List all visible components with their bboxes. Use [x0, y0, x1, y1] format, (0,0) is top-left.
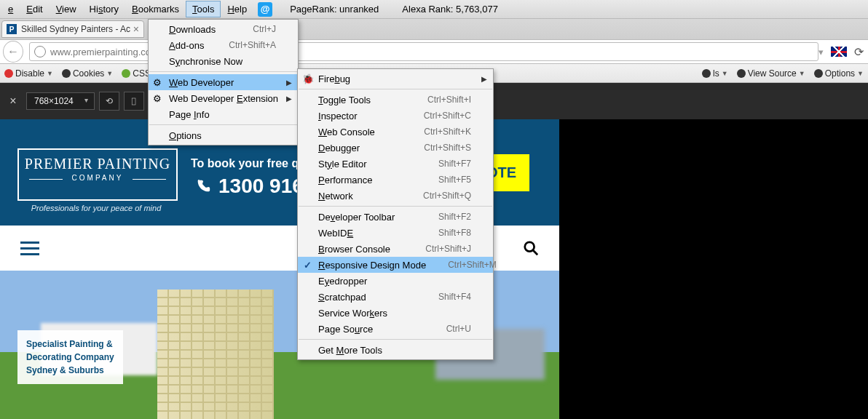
menu-item-label: Scratchpad — [318, 292, 417, 303]
menu-item-label: Get More Tools — [318, 345, 471, 356]
menu-e[interactable]: e — [1, 1, 20, 17]
svg-line-1 — [533, 250, 537, 255]
flag-icon — [831, 47, 847, 57]
logo-line1: PREMIER PAINTING — [19, 156, 176, 172]
menu-edit[interactable]: Edit — [20, 1, 49, 17]
screenshot-button[interactable]: ⌷ — [124, 92, 144, 111]
rotate-button[interactable]: ⟲ — [99, 92, 119, 111]
search-icon[interactable] — [523, 240, 539, 256]
menu-help[interactable]: Help — [221, 1, 253, 17]
menu-item-downloads[interactable]: DownloadsCtrl+J — [149, 21, 298, 37]
menu-item-inspector[interactable]: InspectorCtrl+Shift+C — [298, 108, 493, 124]
devbar-view-source[interactable]: View Source▼ — [733, 68, 810, 79]
menu-item-network[interactable]: NetworkCtrl+Shift+Q — [298, 188, 493, 204]
tool-icon — [737, 69, 746, 78]
reload-button[interactable]: ⟳ — [854, 45, 864, 59]
menu-item-responsive-design-mode[interactable]: Responsive Design ModeCtrl+Shift+M — [298, 257, 493, 273]
shortcut-label: Ctrl+Shift+C — [424, 111, 471, 121]
menu-item-web-console[interactable]: Web ConsoleCtrl+Shift+K — [298, 124, 493, 140]
menu-item-label: Debugger — [318, 143, 402, 153]
pagerank-label: PageRank: unranked — [290, 4, 379, 15]
menu-item-web-developer-extension[interactable]: ⚙Web Developer Extension▶ — [149, 90, 298, 106]
url-text: www.premierpainting.com — [50, 47, 159, 57]
menu-item-scratchpad[interactable]: ScratchpadShift+F4 — [298, 289, 493, 305]
gear-icon: ⚙ — [153, 77, 163, 87]
menu-item-style-editor[interactable]: Style EditorShift+F7 — [298, 156, 493, 172]
devbar-ls[interactable]: ls▼ — [698, 68, 733, 79]
menu-item-label: Performance — [318, 175, 417, 185]
menu-item-options[interactable]: Options — [149, 127, 298, 143]
menu-tools[interactable]: Tools — [186, 1, 221, 17]
menu-item-performance[interactable]: PerformanceShift+F5 — [298, 172, 493, 188]
menu-item-browser-console[interactable]: Browser ConsoleCtrl+Shift+J — [298, 241, 493, 257]
addon-icon[interactable]: @ — [258, 2, 272, 17]
menu-item-label: WebIDE — [318, 228, 417, 239]
shortcut-label: Ctrl+Shift+M — [448, 260, 497, 270]
gear-icon: ⚙ — [153, 93, 163, 103]
tool-icon — [814, 69, 823, 78]
site-logo[interactable]: PREMIER PAINTING COMPANY — [17, 148, 178, 201]
shortcut-label: Ctrl+Shift+I — [427, 95, 471, 105]
devbar-cookies[interactable]: Cookies▼ — [58, 68, 117, 79]
menu-item-label: Add-ons — [169, 40, 207, 51]
close-tab-icon[interactable]: × — [133, 23, 139, 35]
tools-menu[interactable]: DownloadsCtrl+JAdd-onsCtrl+Shift+ASynchr… — [148, 19, 299, 145]
menu-item-developer-toolbar[interactable]: Developer ToolbarShift+F2 — [298, 209, 493, 225]
shortcut-label: Ctrl+U — [446, 324, 471, 334]
menu-item-page-source[interactable]: Page SourceCtrl+U — [298, 321, 493, 337]
firebug-icon: 🐞 — [302, 73, 312, 84]
menu-item-label: Service Workers — [318, 308, 471, 319]
favicon: P — [7, 24, 17, 34]
hamburger-menu-button[interactable] — [20, 242, 39, 255]
menu-item-page-info[interactable]: Page Info — [149, 106, 298, 122]
menu-item-web-developer[interactable]: ⚙Web Developer▶ — [149, 74, 298, 90]
menu-item-label: Toggle Tools — [318, 95, 406, 105]
web-developer-submenu[interactable]: 🐞Firebug▶Toggle ToolsCtrl+Shift+IInspect… — [297, 68, 494, 360]
tool-icon — [122, 69, 130, 78]
menu-item-eyedropper[interactable]: Eyedropper — [298, 273, 493, 289]
menu-item-label: Synchronise Now — [169, 56, 276, 67]
menu-item-synchronise-now[interactable]: Synchronise Now — [149, 53, 298, 69]
shortcut-label: Ctrl+Shift+J — [425, 244, 471, 254]
shortcut-label: Ctrl+Shift+S — [424, 143, 471, 153]
menu-item-debugger[interactable]: DebuggerCtrl+Shift+S — [298, 140, 493, 156]
menu-item-label: Page Source — [318, 324, 425, 335]
menu-item-label: Downloads — [169, 24, 231, 35]
dropdown-icon[interactable]: ▾ — [818, 47, 824, 57]
devbar-options[interactable]: Options▼ — [810, 68, 868, 79]
shortcut-label: Ctrl+Shift+A — [229, 40, 276, 50]
menu-item-get-more-tools[interactable]: Get More Tools — [298, 342, 493, 358]
menu-item-label: Browser Console — [318, 244, 403, 255]
shortcut-label: Ctrl+Shift+K — [424, 127, 471, 137]
menu-item-label: Web Console — [318, 127, 402, 137]
caption-line: Specialist Painting & — [26, 338, 114, 351]
close-rdm-button[interactable]: × — [0, 95, 26, 108]
tool-icon — [702, 69, 711, 78]
menu-item-label: Web Developer — [169, 77, 276, 88]
menu-item-label: Options — [169, 130, 276, 141]
tagline: Professionals for your peace of mind — [17, 204, 175, 212]
menu-history[interactable]: History — [83, 1, 125, 17]
menu-item-add-ons[interactable]: Add-onsCtrl+Shift+A — [149, 37, 298, 53]
menu-item-label: Network — [318, 191, 401, 201]
phone-icon — [195, 178, 211, 194]
menubar: eEditViewHistoryBookmarksToolsHelp @ Pag… — [0, 0, 868, 19]
shortcut-label: Ctrl+Shift+Q — [423, 191, 471, 201]
devbar-disable[interactable]: Disable▼ — [0, 68, 58, 79]
shortcut-label: Ctrl+J — [253, 24, 276, 34]
menu-item-label: Style Editor — [318, 159, 417, 169]
viewport-size-select[interactable]: 768×1024 — [26, 92, 95, 110]
menu-item-firebug[interactable]: 🐞Firebug▶ — [298, 71, 493, 87]
browser-tab[interactable]: P Skilled Sydney Painters - Acc × — [1, 20, 144, 38]
menu-item-toggle-tools[interactable]: Toggle ToolsCtrl+Shift+I — [298, 92, 493, 108]
menu-item-label: Eyedropper — [318, 276, 471, 287]
menu-view[interactable]: View — [50, 1, 83, 17]
menu-item-service-workers[interactable]: Service Workers — [298, 305, 493, 321]
shortcut-label: Shift+F2 — [438, 212, 471, 222]
shortcut-label: Shift+F8 — [438, 228, 471, 238]
caption-line: Decorating Company — [26, 351, 114, 364]
hero-caption: Specialist Painting & Decorating Company… — [17, 330, 123, 384]
back-button[interactable]: ← — [3, 41, 23, 63]
menu-item-webide[interactable]: WebIDEShift+F8 — [298, 225, 493, 241]
menu-bookmarks[interactable]: Bookmarks — [125, 1, 186, 17]
